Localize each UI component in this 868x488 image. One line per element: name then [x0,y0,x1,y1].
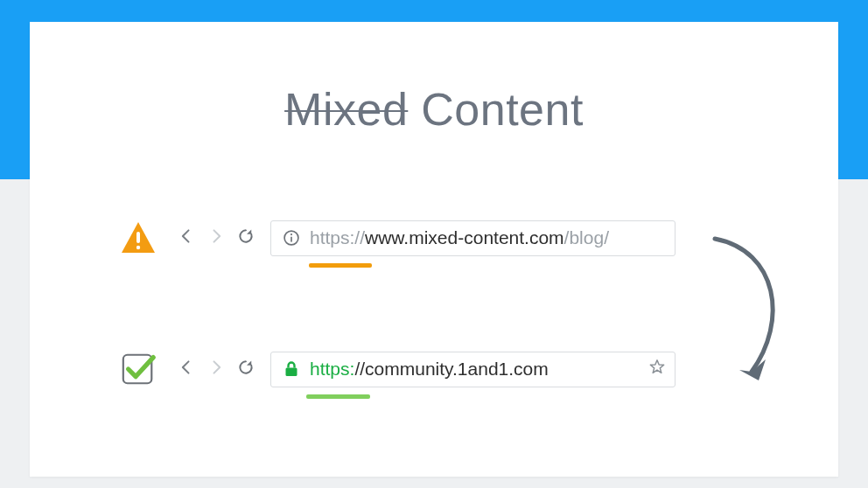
page-title: Mixed Content [30,87,838,132]
lock-icon[interactable] [282,359,301,379]
reload-icon[interactable] [237,359,255,380]
url-host: community.1and1.com [365,359,549,380]
checkmark-outline-icon [120,351,157,387]
warning-triangle-icon [120,220,157,256]
forward-arrow-icon[interactable] [207,227,225,248]
browser-nav-controls [178,359,255,380]
example-row-mixed: https://www.mixed-content.com/blog/ [120,220,676,256]
url-scheme: https: [310,359,354,380]
bookmark-star-icon[interactable] [648,359,666,380]
url-host: www.mixed-content.com [365,227,564,248]
url-scheme: https:// [310,227,365,248]
back-arrow-icon[interactable] [178,227,195,248]
svg-rect-3 [290,237,292,242]
svg-rect-6 [286,368,298,377]
svg-point-4 [290,234,292,235]
reload-icon[interactable] [237,227,255,248]
flow-arrow-icon [708,234,795,391]
title-struck-word: Mixed [284,84,408,135]
info-icon[interactable] [282,228,301,247]
address-bar[interactable]: https://community.1and1.com [270,352,676,387]
url-sep: // [354,359,365,380]
mixed-content-underline [309,263,372,268]
example-row-secure: https://community.1and1.com [120,351,676,387]
address-bar[interactable]: https://www.mixed-content.com/blog/ [270,220,676,256]
browser-nav-controls [178,227,255,248]
back-arrow-icon[interactable] [178,359,195,380]
secure-underline [306,394,370,399]
content-card: Mixed Content [30,22,838,477]
svg-rect-0 [136,232,140,243]
forward-arrow-icon[interactable] [207,359,225,380]
title-rest: Content [421,84,584,135]
url-path: /blog/ [564,227,609,248]
svg-point-1 [136,246,140,249]
